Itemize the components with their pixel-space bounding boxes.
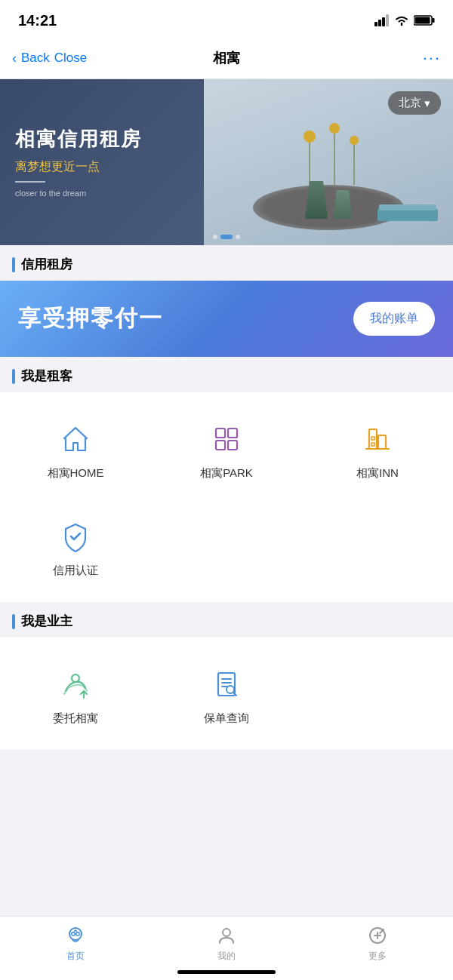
tab-profile-icon — [215, 924, 238, 947]
svg-point-27 — [77, 933, 79, 935]
svg-rect-1 — [378, 20, 381, 26]
vase-group — [305, 181, 352, 219]
svg-rect-14 — [371, 437, 374, 440]
city-label: 北京 — [399, 96, 421, 110]
tab-profile-label: 我的 — [217, 950, 236, 963]
vase-1 — [305, 181, 328, 219]
landlord-indicator — [12, 614, 15, 629]
svg-point-16 — [72, 674, 79, 682]
svg-rect-7 — [216, 429, 225, 438]
flower-ball-3 — [350, 136, 359, 145]
credit-label: 信用认证 — [53, 564, 98, 578]
tenant-section-indicator — [12, 369, 15, 384]
signal-icon — [374, 14, 390, 26]
svg-rect-5 — [433, 18, 435, 23]
hero-left: 相寓信用租房 离梦想更近一点 closer to the dream — [0, 79, 204, 245]
landlord-section-header: 我是业主 — [0, 602, 453, 637]
park-icon — [207, 419, 246, 459]
tab-home-label: 首页 — [66, 950, 85, 963]
svg-point-28 — [223, 929, 230, 936]
page-content: 相寓信用租房 离梦想更近一点 closer to the dream — [0, 79, 453, 814]
svg-rect-2 — [382, 17, 385, 26]
tab-home[interactable]: 首页 — [0, 924, 151, 963]
xiangyu-home-item[interactable]: 相寓HOME — [0, 407, 151, 490]
svg-rect-10 — [228, 441, 237, 450]
book-stack — [378, 209, 438, 221]
hero-banner: 相寓信用租房 离梦想更近一点 closer to the dream — [0, 79, 453, 245]
status-time: 14:21 — [18, 12, 57, 29]
home-label: 相寓HOME — [48, 466, 104, 481]
dot-2-active — [220, 235, 233, 239]
city-badge[interactable]: 北京 ▾ — [388, 91, 441, 115]
flower-ball-1 — [304, 131, 316, 143]
section-indicator — [12, 257, 15, 272]
more-button[interactable]: ··· — [423, 48, 441, 68]
policy-label: 保单查询 — [204, 711, 249, 726]
policy-icon — [207, 665, 246, 704]
svg-rect-8 — [228, 429, 237, 438]
credit-icon — [56, 517, 95, 556]
svg-rect-0 — [374, 22, 378, 26]
tenant-icon-grid: 相寓HOME 相寓PARK — [0, 392, 453, 602]
dot-3 — [236, 235, 240, 239]
landlord-row: 委托相寓 保单查询 — [0, 645, 453, 742]
close-label[interactable]: Close — [54, 51, 87, 66]
flower-stem-3 — [353, 143, 355, 185]
promo-text: 享受押零付一 — [18, 303, 163, 334]
home-indicator — [177, 970, 276, 974]
tenant-section-header: 我是租客 — [0, 357, 453, 392]
landlord-icon-grid: 委托相寓 保单查询 — [0, 637, 453, 750]
flower-stem-2 — [334, 132, 335, 185]
nav-title: 相寓 — [213, 49, 240, 67]
hero-divider — [15, 181, 45, 183]
nav-back-close[interactable]: ‹ Back Close — [12, 51, 87, 66]
tenant-row-2: 信用认证 — [0, 497, 453, 594]
svg-rect-6 — [415, 17, 430, 24]
credit-cert-item[interactable]: 信用认证 — [0, 505, 151, 587]
chevron-left-icon: ‹ — [12, 51, 17, 66]
landlord-section-title: 我是业主 — [21, 613, 72, 630]
tab-more-label: 更多 — [368, 950, 387, 963]
nav-bar: ‹ Back Close 相寓 ··· — [0, 38, 453, 79]
xiangyu-park-item[interactable]: 相寓PARK — [151, 407, 302, 490]
svg-rect-12 — [378, 435, 386, 449]
svg-rect-3 — [386, 14, 389, 26]
status-bar: 14:21 — [0, 0, 453, 38]
credit-rental-title: 信用租房 — [21, 256, 72, 273]
my-bill-button[interactable]: 我的账单 — [353, 302, 435, 336]
tab-bar: 首页 我的 更多 — [0, 916, 453, 980]
tenant-section-title: 我是租客 — [21, 367, 72, 385]
vase-2 — [334, 190, 352, 219]
entrust-item[interactable]: 委托相寓 — [0, 653, 151, 735]
tab-profile[interactable]: 我的 — [151, 924, 302, 963]
battery-icon — [414, 14, 435, 26]
tab-home-icon — [64, 924, 87, 947]
back-label[interactable]: Back — [21, 51, 50, 66]
city-arrow-icon: ▾ — [424, 97, 430, 110]
hero-dots — [213, 235, 240, 239]
credit-rental-header: 信用租房 — [0, 245, 453, 281]
policy-item[interactable]: 保单查询 — [151, 653, 302, 735]
tenant-row-1: 相寓HOME 相寓PARK — [0, 400, 453, 497]
svg-rect-9 — [216, 441, 225, 450]
entrust-label: 委托相寓 — [53, 711, 98, 726]
entrust-icon — [56, 665, 95, 704]
home-icon — [56, 419, 95, 459]
svg-point-26 — [72, 933, 75, 935]
dot-1 — [213, 235, 217, 239]
tab-more-icon — [366, 924, 389, 947]
flower-ball-2 — [329, 123, 340, 134]
inn-label: 相寓INN — [356, 466, 399, 481]
xiangyu-inn-item[interactable]: 相寓INN — [302, 407, 453, 490]
promo-banner: 享受押零付一 我的账单 — [0, 281, 453, 357]
status-icons — [374, 14, 435, 26]
hero-subtitle: 离梦想更近一点 — [15, 158, 189, 175]
hero-subtitle-en: closer to the dream — [15, 189, 189, 198]
inn-icon — [358, 419, 397, 459]
wifi-icon — [394, 14, 409, 26]
tab-more[interactable]: 更多 — [302, 924, 453, 963]
hero-right: 北京 ▾ — [204, 79, 453, 245]
svg-rect-15 — [371, 443, 374, 446]
flower-stem-1 — [309, 140, 310, 185]
hero-title: 相寓信用租房 — [15, 127, 189, 152]
